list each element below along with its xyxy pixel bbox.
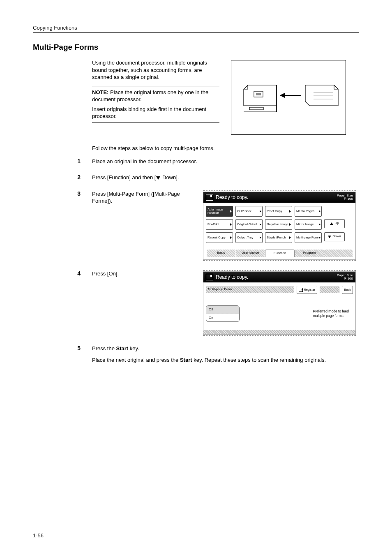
btn-on[interactable]: On: [206, 314, 239, 322]
note-text-1: Place the original forms one by one in t…: [92, 89, 208, 103]
step-number-4: 4: [74, 270, 81, 277]
section-title: Multi-Page Forms: [33, 43, 359, 52]
btn-ecoprint[interactable]: EcoPrint: [206, 219, 233, 230]
copy-icon: [206, 194, 213, 201]
up-triangle-icon: [330, 222, 333, 225]
register-icon: [299, 288, 303, 292]
feeder-diagram: [231, 60, 346, 135]
note-text-2: Insert originals binding side first in t…: [92, 106, 219, 120]
step-5-text: Press the Start key.: [92, 345, 359, 352]
page-number: 1-56: [33, 532, 44, 539]
screen2-title: Ready to copy.: [216, 274, 248, 280]
btn-negative-image[interactable]: Negative Image: [265, 219, 292, 230]
screen2-strip-label: Multi-page Form: [206, 287, 294, 293]
step-4-text: Press [On].: [92, 270, 195, 278]
note-label: NOTE:: [92, 89, 108, 95]
down-triangle-icon-2: [328, 236, 331, 238]
svg-rect-1: [256, 93, 261, 95]
btn-off[interactable]: Off: [206, 306, 239, 314]
btn-mirror-image[interactable]: Mirror Image: [295, 219, 322, 230]
btn-multi-page-form[interactable]: Multi-page Form: [295, 232, 322, 243]
btn-staple-punch[interactable]: Staple /Punch: [265, 232, 292, 243]
svg-marker-4: [281, 93, 285, 97]
running-header: Copying Functions: [33, 25, 359, 31]
step-3-text: Press [Multi-Page Form] ([Multi-Page For…: [92, 190, 195, 205]
step-number-2: 2: [74, 174, 81, 180]
btn-auto-image-rotation[interactable]: Auto Image Rotation: [206, 206, 233, 217]
btn-memo-pages[interactable]: Memo Pages: [295, 206, 322, 217]
tab-function[interactable]: Function: [265, 250, 295, 257]
step-number-5: 5: [74, 345, 81, 352]
btn-output-tray[interactable]: Output Tray: [235, 232, 263, 243]
down-triangle-icon: [156, 176, 160, 180]
step-5-detail: Place the next original and press the St…: [92, 356, 359, 364]
screen1-title: Ready to copy.: [216, 194, 248, 201]
btn-register[interactable]: Register: [297, 286, 317, 294]
tab-basic[interactable]: Basic: [207, 250, 235, 257]
btn-ohp-back[interactable]: OHP Back: [235, 206, 263, 217]
copy-icon-2: [206, 274, 213, 280]
btn-repeat-copy[interactable]: Repeat Copy: [206, 232, 233, 243]
header-rule: [33, 32, 359, 33]
step-2-text: Press [Function] and then [ Down].: [92, 174, 359, 181]
svg-rect-2: [249, 107, 263, 110]
step-number-1: 1: [74, 158, 81, 164]
intro-paragraph: Using the document processor, multiple o…: [92, 59, 219, 81]
btn-proof-copy[interactable]: Proof Copy: [265, 206, 292, 217]
btn-down[interactable]: Down: [324, 232, 345, 241]
touchscreen-multipage-form: Ready to copy. Paper Size ⎘ 100 Multi-pa…: [203, 271, 356, 335]
spacer-hatch: [320, 287, 339, 293]
btn-up[interactable]: Up: [324, 219, 345, 228]
btn-original-orient[interactable]: Original Orient.: [235, 219, 263, 230]
tab-spacer: [324, 250, 353, 257]
follow-text: Follow the steps as below to copy multi-…: [92, 145, 359, 152]
tab-user-choice[interactable]: User choice: [236, 250, 265, 257]
step-number-3: 3: [74, 190, 81, 197]
bottom-hatch: [203, 330, 355, 334]
touchscreen-function-menu: Ready to copy. Paper Size ⎘ 100 Auto Ima…: [203, 192, 356, 260]
btn-back[interactable]: Back: [342, 286, 353, 294]
preferred-mode-text: Preferred mode to feed multiple page for…: [313, 309, 349, 318]
step-1-text: Place an original in the document proces…: [92, 158, 359, 165]
tab-program[interactable]: Program: [295, 250, 324, 257]
note-block: NOTE: Place the original forms one by on…: [92, 86, 219, 123]
onoff-group: Off On: [206, 305, 240, 322]
